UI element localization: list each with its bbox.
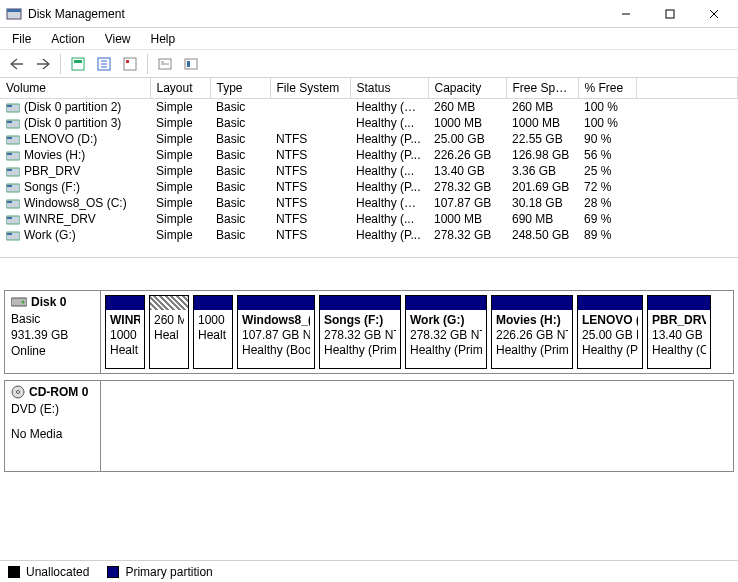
menu-help[interactable]: Help	[141, 30, 186, 48]
col-layout[interactable]: Layout	[150, 78, 210, 99]
vol-capacity: 107.87 GB	[428, 195, 506, 211]
vol-layout: Simple	[150, 227, 210, 243]
legend-primary: Primary partition	[107, 565, 212, 579]
vol-status: Healthy (P...	[350, 131, 428, 147]
nav-forward-button[interactable]	[32, 53, 54, 75]
cdrom-header[interactable]: CD-ROM 0 DVD (E:) No Media	[5, 381, 101, 471]
vol-free: 201.69 GB	[506, 179, 578, 195]
menu-view[interactable]: View	[95, 30, 141, 48]
col-volume[interactable]: Volume	[0, 78, 150, 99]
partition-cap	[150, 296, 188, 310]
svg-rect-26	[7, 169, 12, 171]
svg-rect-30	[7, 201, 12, 203]
menu-action[interactable]: Action	[41, 30, 94, 48]
minimize-button[interactable]	[604, 0, 648, 27]
col-capacity[interactable]: Capacity	[428, 78, 506, 99]
nav-back-button[interactable]	[6, 53, 28, 75]
vol-pct: 100 %	[578, 99, 636, 116]
table-row[interactable]: Songs (F:)SimpleBasicNTFSHealthy (P...27…	[0, 179, 738, 195]
volume-icon	[6, 102, 20, 114]
vol-free: 126.98 GB	[506, 147, 578, 163]
svg-rect-1	[7, 9, 21, 12]
maximize-button[interactable]	[648, 0, 692, 27]
help-button[interactable]	[154, 53, 176, 75]
table-row[interactable]: Windows8_OS (C:)SimpleBasicNTFSHealthy (…	[0, 195, 738, 211]
vol-pct: 56 %	[578, 147, 636, 163]
partition[interactable]: LENOVO (25.00 GB NHealthy (P	[577, 295, 643, 369]
partition[interactable]: Songs (F:)278.32 GB NTFHealthy (Prim	[319, 295, 401, 369]
cdrom-state: No Media	[11, 427, 94, 442]
partition-title: Windows8_(	[242, 313, 310, 328]
table-row[interactable]: WINRE_DRVSimpleBasicNTFSHealthy (...1000…	[0, 211, 738, 227]
vol-status: Healthy (...	[350, 163, 428, 179]
svg-rect-32	[7, 217, 12, 219]
partition-status: Healthy (Prim	[324, 343, 396, 358]
volume-icon	[6, 198, 20, 210]
partition-title: Songs (F:)	[324, 313, 396, 328]
volume-list-pane: Volume Layout Type File System Status Ca…	[0, 78, 738, 258]
vol-pct: 25 %	[578, 163, 636, 179]
partition-size: 278.32 GB NTF	[410, 328, 482, 343]
vol-type: Basic	[210, 211, 270, 227]
vol-type: Basic	[210, 179, 270, 195]
settings-button[interactable]	[180, 53, 202, 75]
partition[interactable]: Work (G:)278.32 GB NTFHealthy (Prim	[405, 295, 487, 369]
partition[interactable]: WINRE1000 MHealt	[105, 295, 145, 369]
vol-pct: 90 %	[578, 131, 636, 147]
vol-status: Healthy (E...	[350, 99, 428, 116]
vol-layout: Simple	[150, 211, 210, 227]
table-row[interactable]: (Disk 0 partition 2)SimpleBasicHealthy (…	[0, 99, 738, 116]
partition[interactable]: Movies (H:)226.26 GB NTFHealthy (Prim	[491, 295, 573, 369]
svg-rect-20	[7, 121, 12, 123]
partition[interactable]: Windows8_(107.87 GB NTHealthy (Boo	[237, 295, 315, 369]
partition-cap	[238, 296, 314, 310]
vol-name: Windows8_OS (C:)	[24, 196, 127, 210]
properties-button[interactable]	[119, 53, 141, 75]
vol-fs: NTFS	[270, 147, 350, 163]
disk-header[interactable]: Disk 0 Basic 931.39 GB Online	[5, 291, 101, 373]
table-row[interactable]: Movies (H:)SimpleBasicNTFSHealthy (P...2…	[0, 147, 738, 163]
table-row[interactable]: (Disk 0 partition 3)SimpleBasicHealthy (…	[0, 115, 738, 131]
vol-name: (Disk 0 partition 3)	[24, 116, 121, 130]
vol-free: 1000 MB	[506, 115, 578, 131]
table-header-row[interactable]: Volume Layout Type File System Status Ca…	[0, 78, 738, 99]
cdrom-sub: DVD (E:)	[11, 402, 94, 417]
menu-file[interactable]: File	[2, 30, 41, 48]
col-type[interactable]: Type	[210, 78, 270, 99]
volume-icon	[6, 230, 20, 242]
partition-cap	[492, 296, 572, 310]
vol-fs: NTFS	[270, 131, 350, 147]
rescan-button[interactable]	[93, 53, 115, 75]
cdrom-map	[101, 381, 733, 471]
table-row[interactable]: PBR_DRVSimpleBasicNTFSHealthy (...13.40 …	[0, 163, 738, 179]
vol-status: Healthy (B...	[350, 195, 428, 211]
app-icon	[6, 6, 22, 22]
disk-state: Online	[11, 344, 94, 359]
partition-title: Movies (H:)	[496, 313, 568, 328]
refresh-button[interactable]	[67, 53, 89, 75]
table-row[interactable]: LENOVO (D:)SimpleBasicNTFSHealthy (P...2…	[0, 131, 738, 147]
menu-bar: File Action View Help	[0, 28, 738, 50]
partition-size: 226.26 GB NTF	[496, 328, 568, 343]
toolbar	[0, 50, 738, 78]
col-pctfree[interactable]: % Free	[578, 78, 636, 99]
volume-table[interactable]: Volume Layout Type File System Status Ca…	[0, 78, 738, 243]
vol-name: (Disk 0 partition 2)	[24, 100, 121, 114]
col-status[interactable]: Status	[350, 78, 428, 99]
partition[interactable]: PBR_DRV13.40 GB NHealthy (O	[647, 295, 711, 369]
table-row[interactable]: Work (G:)SimpleBasicNTFSHealthy (P...278…	[0, 227, 738, 243]
volume-icon	[6, 182, 20, 194]
partition-size: 25.00 GB N	[582, 328, 638, 343]
disk-row-disk0: Disk 0 Basic 931.39 GB Online WINRE1000 …	[4, 290, 734, 374]
col-free[interactable]: Free Spa...	[506, 78, 578, 99]
partition[interactable]: 1000 MHealt	[193, 295, 233, 369]
partition[interactable]: 260 MHeal	[149, 295, 189, 369]
col-extra[interactable]	[636, 78, 738, 99]
vol-type: Basic	[210, 147, 270, 163]
partition-status: Healt	[198, 328, 228, 343]
col-filesystem[interactable]: File System	[270, 78, 350, 99]
vol-type: Basic	[210, 227, 270, 243]
close-button[interactable]	[692, 0, 736, 27]
disk-type: Basic	[11, 312, 94, 327]
partition-size: 1000 M	[198, 313, 228, 328]
